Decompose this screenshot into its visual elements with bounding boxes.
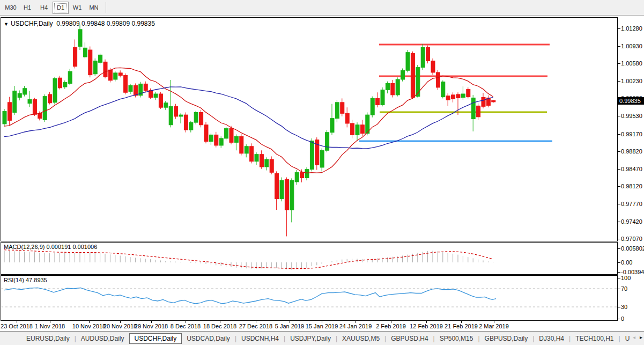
- candle-body: [305, 170, 309, 178]
- candle-body: [275, 173, 279, 199]
- candle-body: [290, 180, 294, 210]
- date-label: 15 Jan 2019: [306, 323, 338, 329]
- chart-symbol: USDCHF,Daily: [11, 20, 53, 27]
- macd-main-value: 0.000191: [46, 244, 71, 250]
- timeframe-button-d1[interactable]: D1: [53, 2, 69, 14]
- price-tick: [618, 169, 620, 170]
- ohlc-open: 0.99809: [56, 20, 79, 27]
- tab-scroll-left-icon[interactable]: ◂: [633, 333, 635, 342]
- candle-body: [340, 102, 344, 113]
- macd-name: MACD(12,26,9): [4, 244, 45, 250]
- date-label: 29 Nov 2018: [135, 323, 168, 329]
- rsi-axis-label: 100: [621, 275, 631, 281]
- candle-body: [391, 83, 395, 94]
- timeframe-button-mn[interactable]: MN: [86, 2, 102, 14]
- rsi-name: RSI(14): [4, 277, 24, 283]
- candle-body: [43, 97, 47, 120]
- chart-plot-border: [1, 18, 618, 241]
- candle-body: [456, 94, 460, 98]
- candle-body: [99, 55, 102, 62]
- chart-tab-usdjpy[interactable]: USDJPY,Daily: [285, 333, 336, 344]
- candle-body: [270, 159, 273, 172]
- chart-tab-audusd[interactable]: AUDUSD,Daily: [76, 333, 129, 344]
- rsi-tick: [618, 278, 620, 278]
- date-label: 12 Feb 2019: [410, 323, 443, 329]
- price-axis-label: 1.00230: [621, 78, 642, 84]
- candle-body: [250, 146, 254, 162]
- candle-body: [471, 98, 475, 119]
- candle-body: [159, 94, 162, 107]
- candle-body: [482, 98, 485, 107]
- candle-body: [58, 78, 62, 88]
- timeframe-button-w1[interactable]: W1: [69, 2, 85, 14]
- chart-tab-xauusd[interactable]: XAUUSD,M5: [337, 333, 384, 344]
- candle-body: [335, 102, 339, 119]
- chart-tab-usdcad[interactable]: USDCAD,Daily: [182, 333, 235, 344]
- price-tick: [618, 186, 620, 187]
- candle-body: [214, 135, 218, 145]
- chart-tab-usdcnh[interactable]: USDCNH,H4: [236, 333, 284, 344]
- candle-body: [330, 119, 334, 133]
- date-label: 1 Nov 2018: [35, 323, 65, 329]
- candle-body: [467, 90, 470, 97]
- candle-body: [18, 93, 21, 97]
- date-label: 10 Nov 2018: [72, 323, 106, 329]
- chart-tab-usdchf[interactable]: USDCHF,Daily: [129, 333, 182, 344]
- candle-body: [184, 115, 188, 130]
- price-axis-label: 0.98820: [621, 148, 642, 155]
- candle-body: [265, 159, 269, 167]
- chart-tab-bar: EURUSD,Daily|AUDUSD,DailyUSDCHF,DailyUSD…: [0, 331, 644, 345]
- candle-body: [320, 150, 324, 167]
- timeframe-button-h1[interactable]: H1: [19, 2, 35, 14]
- macd-tick: [618, 262, 620, 263]
- macd-label: MACD(12,26,9) 0.000191 0.001006: [4, 244, 97, 250]
- date-label: 2 Feb 2019: [376, 323, 406, 329]
- candle-body: [416, 68, 420, 97]
- candle-body: [345, 113, 349, 123]
- chart-tab-eurusd[interactable]: EURUSD,Daily: [21, 333, 75, 344]
- main-price-chart[interactable]: [0, 17, 644, 241]
- candle-body: [446, 96, 450, 100]
- timeframe-button-h4[interactable]: H4: [36, 2, 52, 14]
- rsi-plot-border: [1, 276, 618, 321]
- candle-body: [199, 112, 203, 124]
- candle-body: [396, 79, 399, 95]
- chart-tab-tech100[interactable]: TECH100,H1: [571, 333, 618, 344]
- candle-body: [371, 98, 374, 115]
- candle-body: [53, 78, 57, 102]
- rsi-axis-label: 0: [621, 315, 624, 322]
- symbol-dropdown-icon[interactable]: ▼: [4, 21, 9, 27]
- macd-signal-value: 0.001006: [72, 244, 97, 250]
- chart-tab-gbpusd[interactable]: GBPUSD,H4: [386, 333, 433, 344]
- candle-body: [245, 146, 248, 153]
- candle-body: [23, 89, 27, 94]
- candle-body: [119, 73, 122, 76]
- timeframe-button-m30[interactable]: M30: [3, 2, 19, 14]
- candle-body: [204, 125, 208, 142]
- rsi-axis-label: 70: [621, 285, 627, 292]
- chart-tab-sp500[interactable]: SP500,M15: [435, 333, 478, 344]
- date-label: 23 Oct 2018: [1, 323, 33, 329]
- candle-body: [376, 98, 380, 105]
- candle-body: [285, 179, 288, 210]
- rsi-tick: [618, 307, 620, 307]
- candle-body: [88, 50, 92, 75]
- candle-body: [93, 61, 97, 74]
- candle-body: [386, 83, 389, 90]
- chart-tab-gbpusd[interactable]: GBPUSD,Daily: [480, 333, 533, 344]
- candle-body: [230, 128, 233, 142]
- price-axis-label: 0.97420: [621, 218, 642, 225]
- candle-body: [144, 84, 147, 90]
- candle-body: [255, 155, 258, 162]
- candle-body: [381, 90, 384, 105]
- date-label: 5 Jan 2019: [275, 323, 304, 329]
- chart-tab-dj30[interactable]: DJ30,H4: [534, 333, 569, 344]
- tab-scroll-right-icon[interactable]: ▸: [640, 333, 642, 342]
- candle-body: [108, 70, 112, 80]
- candle-body: [325, 133, 329, 151]
- candle-body: [134, 85, 137, 96]
- date-label: 27 Dec 2018: [239, 323, 272, 329]
- candle-body: [451, 95, 455, 99]
- rsi-indicator-panel[interactable]: [0, 275, 644, 321]
- timeframe-toolbar: M30H1H4D1W1MN: [0, 0, 644, 16]
